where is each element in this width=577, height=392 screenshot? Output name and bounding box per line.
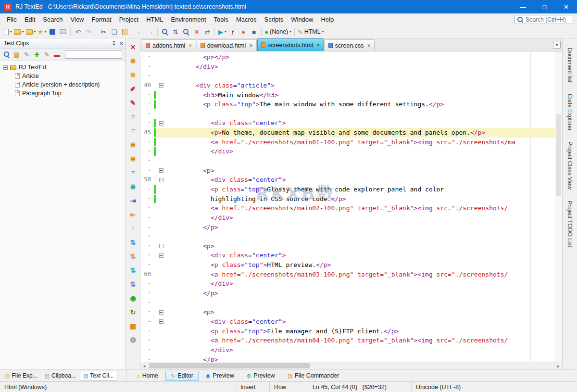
validate-button[interactable]: ◉ bbox=[127, 291, 139, 305]
code-line[interactable]: · <p> bbox=[140, 166, 562, 176]
palette-button[interactable]: ▦ bbox=[127, 319, 139, 333]
tab-addons-html[interactable]: addons.html✕ bbox=[142, 39, 196, 51]
menu-help[interactable]: Help bbox=[317, 14, 338, 25]
list-tools-alt-button[interactable]: ≡ bbox=[127, 124, 139, 138]
fold-icon[interactable] bbox=[159, 178, 163, 182]
code-line[interactable]: · <p class="top">HTML preview.</p> bbox=[140, 260, 562, 270]
move-up-button[interactable]: ↑ bbox=[127, 221, 139, 235]
align-left-button[interactable]: ≡ bbox=[127, 165, 139, 179]
code-line[interactable]: · <div class="center"> bbox=[140, 251, 562, 260]
menu-macros[interactable]: Macros bbox=[232, 14, 261, 25]
code-line[interactable]: · <h3>Main window</h3> bbox=[140, 90, 562, 100]
panel-tab-text-cli-[interactable]: ▤Text Cli... bbox=[80, 371, 117, 381]
align-right-button[interactable]: ≣ bbox=[127, 179, 139, 193]
code-line[interactable]: · </p> bbox=[140, 289, 562, 298]
record-macro-button[interactable]: ● bbox=[238, 26, 249, 37]
side-tab-project-todo-list[interactable]: Project TODO List bbox=[566, 195, 573, 253]
code-line[interactable]: · <p> bbox=[140, 307, 562, 317]
run-button[interactable]: ▶▾ bbox=[217, 26, 227, 37]
print-button[interactable] bbox=[58, 26, 68, 37]
new-file-button[interactable]: ▾ bbox=[2, 26, 13, 37]
code-line[interactable]: · </div> bbox=[140, 279, 562, 289]
close-file-button[interactable]: ✕ bbox=[191, 26, 202, 37]
maximize-button[interactable]: □ bbox=[534, 0, 555, 13]
tools-settings-button[interactable]: ❂ bbox=[127, 333, 139, 347]
indent-button[interactable]: ⇥ bbox=[127, 193, 139, 207]
ordered-list-button[interactable]: ≣ bbox=[127, 138, 139, 152]
open-recent-button[interactable]: ▾ bbox=[25, 26, 37, 37]
html-toolbar-button[interactable]: ✎HTML▾ bbox=[297, 26, 325, 37]
format-selection-button[interactable]: ❋ bbox=[127, 68, 139, 82]
code-line[interactable]: · bbox=[140, 232, 562, 241]
highlight-button[interactable]: ✐ bbox=[127, 82, 139, 96]
pin-icon[interactable]: ↧ bbox=[112, 40, 116, 47]
horizontal-scrollbar[interactable]: ◂ ▸ bbox=[140, 362, 562, 369]
code-line[interactable]: · <p class="top">Glossy theme with code … bbox=[140, 185, 562, 194]
code-line[interactable]: · <div class="center"> bbox=[140, 118, 562, 128]
menu-search[interactable]: Search bbox=[39, 14, 66, 25]
tree-item[interactable]: Article (version + description) bbox=[3, 80, 125, 89]
menu-environment[interactable]: Environment bbox=[167, 14, 210, 25]
code-line[interactable]: · </div> bbox=[140, 147, 562, 156]
menu-tools[interactable]: Tools bbox=[210, 14, 232, 25]
status-encoding[interactable]: Unicode (UTF-8) bbox=[411, 382, 577, 392]
code-line[interactable]: · bbox=[140, 298, 562, 308]
status-insert-mode[interactable]: Insert bbox=[236, 382, 269, 392]
code-line[interactable]: · highlighting in CSS source code.</p> bbox=[140, 194, 562, 204]
menu-file[interactable]: File bbox=[3, 14, 21, 25]
stop-button[interactable]: ■ bbox=[249, 26, 259, 37]
scroll-right-icon[interactable]: ▸ bbox=[554, 364, 562, 368]
minimize-button[interactable]: — bbox=[512, 0, 534, 13]
menu-scripts[interactable]: Scripts bbox=[261, 14, 288, 25]
sort-desc-button[interactable]: ⇅ bbox=[127, 277, 139, 291]
highlighter-button[interactable]: ●(None)▾ bbox=[263, 26, 292, 37]
side-tab-code-explorer[interactable]: Code Explorer bbox=[566, 88, 573, 136]
scroll-thumb[interactable] bbox=[149, 363, 310, 368]
view-tab-file-commander[interactable]: ▤File Commander bbox=[282, 371, 345, 381]
undo-button[interactable]: ↶ bbox=[73, 26, 83, 37]
code-line[interactable]: 40 <div class="article"> bbox=[140, 81, 562, 90]
status-row-mode[interactable]: Row bbox=[269, 382, 308, 392]
view-tab-preview[interactable]: ⊕Preview bbox=[241, 371, 280, 381]
macro-button[interactable]: ƒ bbox=[227, 26, 238, 37]
edit-tag-button[interactable]: ✎ bbox=[127, 96, 139, 110]
code-line[interactable]: 50 <div class="center"> bbox=[140, 175, 562, 185]
code-line[interactable]: · <a href="./screenshots/main01-100.png"… bbox=[140, 138, 562, 147]
side-tab-project-class-view[interactable]: Project Class View bbox=[566, 136, 573, 195]
panel-close-icon[interactable]: ✕ bbox=[119, 40, 124, 47]
tab-close-icon[interactable]: ✕ bbox=[249, 43, 253, 48]
fold-icon[interactable] bbox=[159, 121, 163, 126]
code-line[interactable]: · <p></p> bbox=[140, 52, 562, 62]
clip-edit-button[interactable]: ✎ bbox=[22, 50, 31, 59]
code-line[interactable]: - <div class="center"> bbox=[140, 317, 562, 327]
open-file-button[interactable]: ▾ bbox=[13, 26, 25, 37]
code-line[interactable]: · <p class="top">File manager and (S)FTP… bbox=[140, 327, 562, 336]
code-line[interactable]: · </div> bbox=[140, 213, 562, 223]
cut-button[interactable]: ✂ bbox=[98, 26, 109, 37]
editor[interactable]: · <p></p>· </div>·40 <div class="article… bbox=[140, 51, 562, 362]
panel-tab-file-exp-[interactable]: ▤File Exp... bbox=[1, 371, 41, 381]
code-line[interactable]: 60 <a href="./screenshots/main03-100.png… bbox=[140, 270, 562, 279]
clip-search-button[interactable] bbox=[2, 50, 11, 59]
vertical-scrollbar[interactable] bbox=[555, 51, 562, 362]
menu-view[interactable]: View bbox=[67, 14, 88, 25]
close-sidebar-button[interactable]: ✕ bbox=[127, 40, 139, 54]
tree-root[interactable]: RJ TextEd bbox=[3, 63, 125, 72]
save-button[interactable] bbox=[47, 26, 58, 37]
expander-icon[interactable] bbox=[3, 65, 8, 70]
view-tab-editor[interactable]: ✎Editor bbox=[165, 371, 199, 381]
sort-az-button[interactable]: ⇅ bbox=[127, 235, 139, 249]
ordered-list-alt-button[interactable]: ≣ bbox=[127, 152, 139, 165]
fold-icon[interactable] bbox=[159, 244, 163, 248]
scroll-left-icon[interactable]: ◂ bbox=[140, 364, 148, 368]
view-tab-preview[interactable]: ◉Preview bbox=[201, 371, 239, 381]
fold-icon[interactable] bbox=[159, 168, 163, 173]
sort-asc-button[interactable]: ⇅ bbox=[127, 263, 139, 277]
sort-za-button[interactable]: ⇅ bbox=[127, 249, 139, 263]
paste-button[interactable] bbox=[119, 26, 130, 37]
code-line[interactable]: · bbox=[140, 71, 562, 81]
list-tools-button[interactable]: ≡ bbox=[127, 110, 139, 124]
tab-download-html[interactable]: download.html✕ bbox=[197, 39, 257, 51]
code-line[interactable]: · <a href="./screenshots/main02-100.png"… bbox=[140, 203, 562, 213]
tab-screenshots-html[interactable]: screenshots.html✕ bbox=[257, 38, 324, 51]
